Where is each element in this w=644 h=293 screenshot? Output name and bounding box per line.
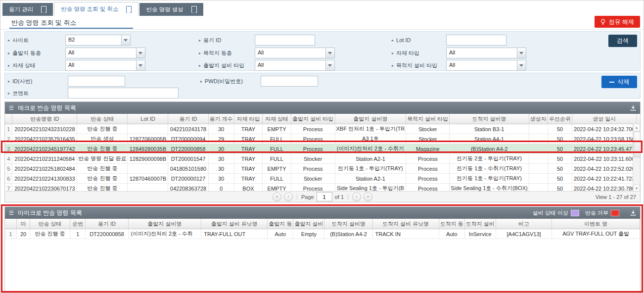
tab-container-management[interactable]: 용기 관리 [2, 3, 53, 16]
menu-icon[interactable] [9, 104, 14, 111]
column-header[interactable]: 출발지 설비명 [128, 219, 201, 229]
column-header[interactable]: 도착지 동 [439, 219, 464, 229]
dest-floor-select[interactable]: All [255, 48, 335, 58]
site-select[interactable]: B2 [65, 35, 131, 46]
column-header[interactable]: 반송 상태 [77, 114, 128, 124]
column-header[interactable]: 생성자 [529, 114, 548, 124]
table-row[interactable]: 320220422102345197742반송 진행 중12849280035B… [5, 144, 640, 154]
column-header[interactable]: 용기 ID [168, 114, 208, 124]
column-header[interactable]: 출발지 설비명 [335, 114, 406, 124]
last-page-button[interactable] [364, 193, 372, 201]
table-row[interactable]: 520220422102251802484반송 진행 중041805101580… [5, 164, 640, 174]
download-icon[interactable] [630, 105, 636, 111]
chevron-down-icon[interactable] [517, 60, 526, 70]
chevron-down-icon[interactable] [136, 60, 145, 70]
table-cell: 20 [17, 229, 30, 239]
source-floor-select[interactable]: All [65, 48, 145, 58]
table-row[interactable]: 420220422102311240584반송 명령 전달 완료12829000… [5, 154, 640, 164]
table-cell: 12829000098B [128, 154, 168, 164]
release-occupation-button[interactable]: 점유 해제 [595, 16, 640, 28]
next-page-button[interactable] [352, 193, 361, 201]
column-header[interactable]: 마 [17, 219, 30, 229]
table-cell: 30 [208, 124, 234, 134]
tab-transport-command-create[interactable]: 반송 명령 생성 [139, 3, 203, 16]
dest-equip-type-select[interactable]: All [446, 60, 526, 71]
chevron-down-icon[interactable] [325, 60, 334, 70]
column-header[interactable]: 출발지 설비 타입 [291, 114, 335, 124]
table-cell: (B)Station A4-2 [450, 144, 529, 154]
table-row[interactable]: 120220422102432310228반송 진행 중042210243178… [5, 124, 640, 134]
chevron-down-icon[interactable] [517, 48, 526, 58]
micro-data-table: 마반송 상태순번용기 ID출발지 설비명출발지 설비 유닛명출발지 동출발지 설… [5, 219, 640, 239]
micro-grid-title: 마이크로 반송 명령 목록 [18, 209, 82, 217]
table-cell: TRACK IN [372, 229, 439, 239]
table-cell [529, 174, 548, 184]
container-id-input[interactable] [255, 35, 315, 46]
column-header[interactable]: 도착지 설비명 [450, 114, 529, 124]
column-header[interactable]: 출발지 설비 유닛명 [201, 219, 268, 229]
comment-input[interactable] [68, 88, 179, 98]
column-header[interactable]: 우선순위 [548, 114, 572, 124]
scroll-up-icon[interactable] [633, 124, 640, 131]
column-header[interactable]: 용기 개수 [208, 114, 234, 124]
table-cell: Station B3-1 [450, 124, 529, 134]
menu-icon[interactable] [9, 209, 14, 216]
material-type-select[interactable]: All [446, 48, 526, 58]
pwd-input[interactable] [261, 76, 318, 87]
search-button[interactable]: 검색 [608, 35, 637, 47]
table-cell: 2022-04-22 10:23:11.600 [572, 154, 637, 164]
prev-page-button[interactable] [284, 193, 293, 201]
chevron-down-icon[interactable] [136, 48, 145, 58]
table-cell: [A4C1AGV13] [496, 229, 552, 239]
column-header[interactable]: 자재 상태 [263, 114, 291, 124]
chevron-down-icon[interactable] [325, 48, 334, 58]
column-header[interactable]: 용기 ID [86, 219, 128, 229]
vertical-scrollbar[interactable] [633, 124, 640, 192]
first-page-button[interactable] [273, 193, 281, 201]
column-header[interactable]: 생성 일시 [572, 114, 637, 124]
download-icon[interactable] [630, 210, 636, 216]
table-cell: 반송 진행 중 [77, 164, 128, 174]
source-equip-type-select[interactable]: All [255, 60, 335, 71]
column-header[interactable]: 순번 [70, 219, 86, 229]
column-header[interactable]: 비고 [496, 219, 552, 229]
column-header[interactable]: 반송명령 ID [12, 114, 77, 124]
chevron-down-icon[interactable] [121, 35, 130, 45]
lot-id-input[interactable] [446, 35, 506, 46]
scrollbar-thumb[interactable] [634, 132, 641, 157]
delete-button[interactable]: 삭제 [601, 76, 637, 88]
page-number-input[interactable] [317, 192, 332, 201]
column-header[interactable] [5, 219, 17, 229]
bookmark-icon[interactable] [191, 6, 197, 13]
id-input[interactable] [68, 76, 125, 87]
tab-transport-command-query-cancel[interactable]: 반송 명령 조회 및 취소 [54, 2, 138, 16]
column-header[interactable]: 도착지 설비 [464, 219, 496, 229]
material-state-select[interactable]: All [65, 60, 145, 71]
header-divider [0, 29, 644, 30]
pagination-divider [297, 194, 297, 200]
table-cell: 5 [5, 164, 12, 174]
column-header[interactable]: 이벤트 명 [552, 219, 640, 229]
column-header[interactable]: 자재 타입 [234, 114, 263, 124]
macro-header-row: 반송명령 ID반송 상태Lot ID용기 ID용기 개수자재 타입자재 상태출발… [5, 114, 640, 124]
minus-icon [609, 82, 614, 83]
column-header[interactable]: 반송 상태 [30, 219, 70, 229]
table-row[interactable]: 620220422102241300833반송 진행 중12870460007B… [5, 174, 640, 184]
column-header[interactable]: 목적지 설비 타입 [406, 114, 450, 124]
table-cell: 3 [5, 144, 12, 154]
column-header[interactable] [5, 114, 12, 124]
bookmark-icon[interactable] [126, 6, 132, 13]
bulb-icon [600, 19, 605, 25]
column-header[interactable]: 출발지 동 [268, 219, 293, 229]
table-cell: FULL [263, 174, 291, 184]
table-cell: TRAY [234, 124, 263, 134]
table-cell: TRAY [234, 164, 263, 174]
column-header[interactable]: 출발지 설비 [293, 219, 324, 229]
column-header[interactable]: 도착지 설비명 [324, 219, 372, 229]
column-header[interactable]: Lot ID [128, 114, 168, 124]
column-header[interactable]: 도착지 설비 유닛명 [372, 219, 439, 229]
bookmark-icon[interactable] [41, 6, 46, 13]
table-cell: InService [464, 229, 496, 239]
table-row[interactable]: 220220422102357916435반송 생성12877060005BDT… [5, 134, 640, 144]
table-row[interactable]: 120반송 진행 중1DT220000858(이미지)전처리 2호 - 수취TR… [5, 229, 640, 239]
